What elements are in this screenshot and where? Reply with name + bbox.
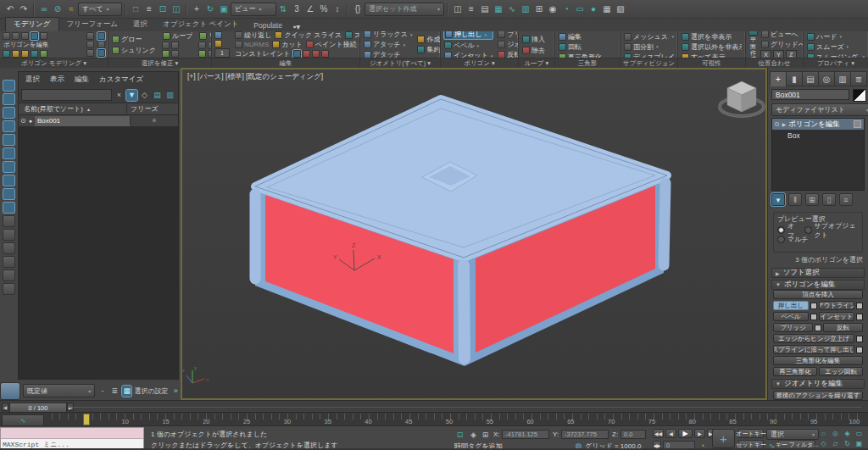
display-helpers-icon[interactable] (3, 147, 15, 159)
bevel-settings-icon[interactable] (810, 314, 817, 320)
orbit-icon[interactable]: ↻ (842, 439, 853, 448)
object-name-field[interactable]: Box001 (771, 89, 849, 100)
flip-button[interactable]: 反転 (497, 51, 518, 58)
zoom-region-icon[interactable]: ▭ (854, 429, 865, 438)
ignore-backfacing-icon[interactable] (86, 41, 94, 48)
modifier-list-dropdown[interactable]: モディファイヤリスト▾ (771, 103, 868, 116)
preset-dropdown[interactable]: 既定値▾ (23, 384, 95, 397)
zoom-icon[interactable]: ○ (818, 429, 829, 438)
turn-button[interactable]: 回転 (558, 42, 617, 51)
edit-named-sets-icon[interactable]: {} (351, 3, 364, 16)
reference-coordinate-dropdown[interactable]: ビュー▾ (231, 3, 276, 16)
paint-soft-selection-icon[interactable] (97, 49, 105, 57)
named-selection-sets-input[interactable]: 選択セット作成▾ (364, 3, 444, 16)
prev-frame-arrow[interactable]: ◀ (2, 403, 8, 411)
bevel-button[interactable]: ベベル (443, 42, 493, 50)
search-input[interactable] (21, 89, 112, 101)
grid-layout-b-icon[interactable]: ▧ (614, 3, 627, 16)
turn-edge-button[interactable]: エッジ回転 (819, 367, 863, 376)
remove-modifier-icon[interactable]: ▯ (822, 193, 836, 206)
rollout-soft-selection[interactable]: ▶ソフト選択 (771, 268, 865, 278)
align-icon[interactable]: ≡ (465, 3, 478, 16)
box-front-corner[interactable] (464, 265, 465, 358)
retriangulate-button[interactable]: 再三角形化 (773, 367, 817, 376)
material-editor-icon[interactable]: ◉ (546, 3, 559, 16)
filter-a-icon[interactable] (3, 269, 15, 281)
align-x-button[interactable]: X (760, 50, 771, 58)
layer-explorer-icon[interactable]: ▤ (478, 3, 492, 16)
constrain-face-icon[interactable] (312, 50, 320, 58)
redo-icon[interactable]: ↷ (17, 3, 31, 16)
maximize-viewport-icon[interactable]: ▣ (854, 439, 865, 448)
selection-lock-icon[interactable]: ◈ (468, 429, 479, 440)
menu-select[interactable]: 選択 (25, 75, 40, 85)
display-tab[interactable]: ▥ (834, 71, 851, 86)
bevel-button[interactable]: ベベル (773, 312, 809, 321)
loop-grow-icon[interactable] (162, 42, 170, 49)
chevrons-icon[interactable]: » (171, 386, 181, 397)
rollout-edit-polygons[interactable]: ▼ポリゴンを編集 (771, 280, 865, 290)
spinner-snap-icon[interactable]: ↕ (331, 3, 344, 16)
crossing-region-icon[interactable]: ◫ (170, 3, 183, 16)
radio-subobject[interactable]: サブオブジェクト (804, 225, 859, 235)
tab-object-paint[interactable]: オブジェクト ペイント (155, 18, 246, 31)
tessellate-button[interactable]: 面分割 (623, 42, 675, 51)
lock-icon[interactable]: ◇ (139, 90, 150, 101)
ring-mode-icon[interactable] (198, 50, 206, 58)
menu-customize[interactable]: カスタマイズ (99, 75, 143, 85)
x-coord-field[interactable]: -41781.125 (502, 430, 549, 439)
current-frame-marker[interactable] (83, 414, 90, 425)
object-color-swatch[interactable] (853, 89, 866, 102)
vertex-mode-icon[interactable] (3, 32, 10, 40)
undo-icon[interactable]: ↶ (3, 3, 17, 16)
display-shapes-icon[interactable] (3, 107, 15, 119)
snaps-toggle-icon[interactable]: 3 (290, 3, 303, 16)
hinge-from-edge-button[interactable]: エッジからヒンジ立上げ (773, 334, 854, 343)
utilities-tab[interactable]: ≣ (850, 71, 867, 86)
display-geometry-icon[interactable] (3, 93, 15, 105)
schematic-view-icon[interactable]: ⊞ (532, 3, 546, 16)
maxscript-mini-listener[interactable]: MAXScript ミニ... (0, 427, 144, 449)
iterations-spinner[interactable]: 1 (214, 48, 230, 58)
tab-populate[interactable]: Populate (246, 19, 290, 31)
loop-button[interactable]: ループ (162, 32, 193, 41)
display-bones-icon[interactable] (3, 202, 15, 214)
element-mode-icon[interactable] (40, 32, 47, 40)
bridge-button[interactable]: ブリッジ (773, 323, 813, 332)
extrude-along-spline-button[interactable]: スプラインに沿って押し出し (773, 345, 854, 354)
make-planar-icon[interactable] (748, 31, 758, 36)
nurms-button[interactable]: NURMS (234, 41, 270, 49)
create-tab[interactable]: + (770, 71, 787, 86)
section-label[interactable]: 選択を修正 ▾ (108, 58, 211, 68)
section-label[interactable]: サブディビジョン (620, 58, 677, 68)
loop-mode-icon[interactable] (162, 50, 170, 58)
repeat-button[interactable]: 繰り返し (234, 31, 272, 40)
clear-search-icon[interactable]: × (114, 90, 125, 101)
display-spacewarps-icon[interactable] (3, 161, 15, 173)
preview-subobject-icon[interactable] (12, 50, 19, 58)
border-mode-icon[interactable] (21, 32, 29, 40)
extrude-settings-icon[interactable] (810, 303, 817, 309)
constrain-none-icon[interactable] (293, 50, 301, 58)
previous-frame-button[interactable]: ◀ (665, 429, 676, 438)
hide-unselected-button[interactable]: 選択以外を非表示 (681, 42, 743, 51)
mini-curve-editor-button[interactable]: ∿ (2, 414, 44, 426)
make-planar-label[interactable]: 平面作成 (748, 36, 758, 58)
extrude-button[interactable]: 押し出し (443, 31, 493, 40)
edit-triangulation-button[interactable]: 三角形化を編集 (773, 356, 863, 365)
grow-button[interactable]: グロー (111, 35, 157, 43)
loop-options-icon[interactable] (171, 50, 179, 58)
object-name[interactable]: Box001 (35, 116, 130, 126)
section-label[interactable]: 位置合わせ (746, 58, 803, 68)
grid-view-icon[interactable]: ▦ (122, 386, 131, 397)
hard-edges-button[interactable]: ハード (806, 32, 865, 41)
make-unique-icon[interactable]: ⊞ (805, 193, 819, 206)
use-soft-selection-icon[interactable] (97, 32, 105, 40)
zoom-all-icon[interactable]: ◎ (830, 429, 841, 438)
tab-modeling[interactable]: モデリング (5, 17, 59, 31)
menu-edit[interactable]: 編集 (75, 75, 89, 85)
hierarchy-tab[interactable]: ▤ (802, 71, 819, 86)
modify-tab[interactable]: ▮ (786, 71, 803, 86)
ribbon-toggle-icon[interactable]: ▦ (492, 3, 505, 16)
section-label[interactable]: ジオメトリ(すべて) ▾ (360, 58, 440, 68)
